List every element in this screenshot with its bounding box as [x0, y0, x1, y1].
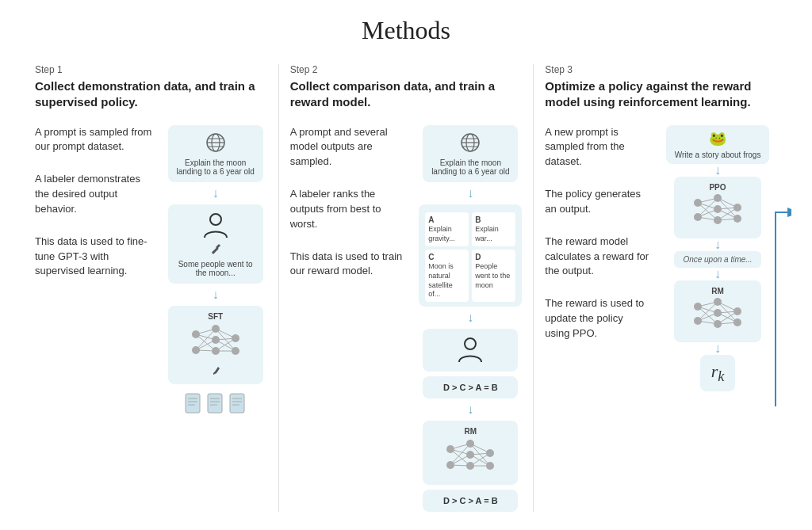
step1-text-1: A prompt is sampled from our prompt data…	[35, 125, 156, 155]
step2-arrow2: ↓	[467, 311, 473, 324]
svg-line-95	[698, 313, 718, 321]
svg-rect-36	[230, 394, 244, 413]
svg-line-73	[698, 203, 718, 209]
step2-arrow1: ↓	[467, 187, 473, 200]
step3-card-text: Write a story about frogs	[674, 151, 761, 159]
step1-label: Step 1	[35, 64, 267, 75]
step3-arrow4: ↓	[714, 342, 721, 355]
globe-icon-2	[459, 132, 481, 154]
step2-rank-box2: D > C > A = B	[423, 490, 518, 512]
step1-arrow1: ↓	[213, 187, 219, 200]
step3-ppo-label: PPO	[680, 183, 755, 192]
step3-text-3: The reward model calculates a reward for…	[545, 234, 650, 280]
step3-column: Step 3 Optimize a policy against the rew…	[534, 64, 788, 512]
doc-icon-1	[184, 392, 203, 414]
rm-network-icon	[442, 437, 498, 477]
step1-person-card: Some people went to the moon...	[168, 204, 263, 284]
step3-label: Step 3	[545, 64, 777, 75]
step1-content: A prompt is sampled from our prompt data…	[35, 125, 267, 414]
step3-arrow2: ↓	[714, 238, 721, 251]
svg-marker-27	[213, 367, 220, 375]
step3-rm-label: RM	[680, 287, 755, 296]
step2-rank-box: D > C > A = B	[423, 376, 518, 398]
step3-prompt-card: 🐸 Write a story about frogs	[666, 125, 769, 164]
step2-cells: A Explain gravity... B Explain war... C …	[425, 212, 515, 303]
person-icon-2	[456, 335, 485, 364]
step1-card2-text: Some people went to the moon...	[176, 260, 255, 277]
step2-cell-c: C Moon is natural satellite of...	[425, 250, 469, 302]
step2-rm-card: RM	[423, 421, 518, 485]
step2-cell-d: D People went to the moon	[472, 250, 515, 302]
step2-person-card	[423, 329, 518, 372]
step1-diagram: Explain the moon landing to a 6 year old…	[164, 125, 267, 414]
step3-text-1: A new prompt is sampled from the dataset…	[545, 125, 650, 170]
step1-heading: Collect demonstration data, and train a …	[35, 78, 267, 111]
step3-arrow1: ↓	[714, 164, 721, 177]
globe-icon	[205, 132, 227, 154]
step2-cell-b: B Explain war...	[472, 212, 515, 246]
step3-content: A new prompt is sampled from the dataset…	[545, 125, 777, 391]
step2-label: Step 2	[290, 64, 523, 75]
svg-line-92	[698, 307, 718, 313]
page-title: Methods	[16, 16, 796, 45]
step2-card1: Explain the moon landing to a 6 year old	[423, 125, 518, 182]
step3-rm-box: RM	[674, 280, 761, 342]
doc-icon-3	[228, 392, 247, 414]
step2-column: Step 2 Collect comparison data, and trai…	[279, 64, 534, 512]
frog-icon: 🐸	[709, 131, 726, 147]
step3-text-blocks: A new prompt is sampled from the dataset…	[545, 125, 650, 359]
step1-text-blocks: A prompt is sampled from our prompt data…	[35, 125, 156, 297]
svg-point-5	[210, 214, 221, 225]
sft-network-icon	[188, 322, 243, 362]
step2-content: A prompt and several model outputs are s…	[290, 125, 523, 513]
svg-line-101	[718, 313, 737, 322]
step1-card1-text: Explain the moon landing to a 6 year old	[176, 158, 255, 176]
svg-line-76	[698, 209, 718, 217]
svg-line-82	[718, 209, 737, 219]
step2-text-blocks: A prompt and several model outputs are s…	[290, 125, 412, 297]
step1-sft-card: SFT	[168, 306, 263, 384]
step1-text-2: A labeler demonstrates the desired outpu…	[35, 172, 156, 217]
feedback-arrow-icon	[768, 204, 791, 410]
rm-network-icon-2	[690, 297, 745, 333]
step1-card1: Explain the moon landing to a 6 year old	[168, 125, 263, 182]
ppo-network-icon	[690, 193, 745, 229]
step1-docs	[184, 392, 247, 414]
step2-text-2: A labeler ranks the outputs from best to…	[290, 187, 412, 232]
columns-container: Step 1 Collect demonstration data, and t…	[16, 64, 796, 512]
svg-line-21	[216, 329, 236, 338]
svg-line-97	[718, 302, 737, 311]
step2-diagram: Explain the moon landing to a 6 year old…	[419, 125, 522, 513]
step3-diagram: 🐸 Write a story about frogs ↓ PPO	[658, 125, 777, 391]
svg-point-45	[465, 338, 476, 349]
svg-rect-28	[186, 394, 200, 413]
step2-arrow3: ↓	[467, 403, 473, 416]
pencil-icon-2	[210, 365, 221, 376]
step1-text-3: This data is used to fine-tune GPT-3 wit…	[35, 234, 156, 280]
step2-rm-label: RM	[431, 427, 510, 436]
feedback-loop	[768, 204, 791, 410]
step3-output-text: Once upon a time...	[674, 251, 761, 268]
svg-rect-32	[208, 394, 222, 413]
svg-line-78	[718, 198, 737, 208]
step2-text-3: This data is used to train our reward mo…	[290, 250, 412, 280]
step1-sft-label: SFT	[176, 312, 255, 321]
person-icon	[201, 211, 230, 239]
svg-line-59	[470, 444, 490, 453]
step2-cell-a: A Explain gravity...	[425, 212, 469, 246]
step3-rk-box: rk	[700, 355, 736, 391]
step2-text-1: A prompt and several model outputs are s…	[290, 125, 412, 170]
step3-text-2: The policy generates an output.	[545, 187, 650, 217]
step3-ppo-box: PPO	[674, 177, 761, 238]
step2-card1-text: Explain the moon landing to a 6 year old	[431, 158, 510, 176]
pencil-icon	[209, 242, 222, 255]
step3-heading: Optimize a policy against the reward mod…	[545, 78, 777, 111]
step2-compare-grid: A Explain gravity... B Explain war... C …	[419, 204, 522, 307]
step2-heading: Collect comparison data, and train a rew…	[290, 78, 523, 111]
step1-arrow2: ↓	[213, 288, 219, 301]
step3-text-4: The reward is used to update the policy …	[545, 296, 650, 341]
doc-icon-2	[206, 392, 225, 414]
step3-arrow3: ↓	[714, 268, 721, 280]
step1-column: Step 1 Collect demonstration data, and t…	[24, 64, 279, 512]
